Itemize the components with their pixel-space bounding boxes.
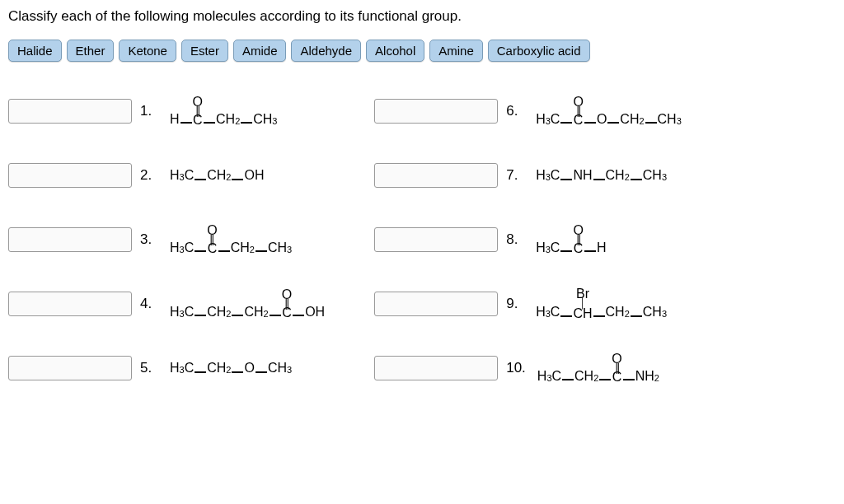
item-number: 5. bbox=[140, 360, 158, 376]
drop-zone-8[interactable] bbox=[374, 227, 498, 252]
chip-ketone[interactable]: Ketone bbox=[119, 40, 176, 62]
item-2: 2. H3CCH2OH bbox=[8, 155, 325, 196]
carbonyl-c: C bbox=[208, 242, 218, 255]
drop-zone-9[interactable] bbox=[374, 292, 498, 316]
item-7: 7. H3CNHCH2CH3 bbox=[374, 155, 682, 196]
item-1: 1. H O‖C CH2CH3 bbox=[8, 91, 325, 132]
right-column: 6. H3C O‖C OCH2CH3 7. H3CNHCH2CH3 8. H3C… bbox=[374, 91, 682, 389]
item-10: 10. H3CCH2 O‖C NH2 bbox=[374, 348, 682, 389]
drop-zone-10[interactable] bbox=[374, 356, 498, 380]
chip-halide[interactable]: Halide bbox=[8, 40, 62, 62]
carbonyl-c: C bbox=[193, 114, 203, 127]
formula-4: H3CCH2CH2 O‖C OH bbox=[170, 288, 325, 320]
formula-2: H3CCH2OH bbox=[170, 167, 264, 183]
carbonyl-c: C bbox=[612, 371, 622, 384]
drop-zone-5[interactable] bbox=[8, 356, 132, 380]
formula-8: H3C O‖C H bbox=[536, 224, 606, 256]
drop-zone-7[interactable] bbox=[374, 163, 498, 188]
item-4: 4. H3CCH2CH2 O‖C OH bbox=[8, 283, 325, 324]
item-number: 2. bbox=[140, 167, 158, 184]
item-number: 6. bbox=[506, 103, 524, 119]
item-number: 8. bbox=[506, 231, 524, 248]
item-6: 6. H3C O‖C OCH2CH3 bbox=[374, 91, 682, 132]
item-number: 3. bbox=[140, 231, 158, 248]
drop-zone-6[interactable] bbox=[374, 99, 498, 124]
formula-10: H3CCH2 O‖C NH2 bbox=[537, 352, 659, 385]
formula-9: H3C Br│CH CH2CH3 bbox=[536, 287, 667, 320]
content-area: 1. H O‖C CH2CH3 2. H3CCH2OH 3. H3C O‖C C… bbox=[8, 91, 836, 389]
carbonyl-c: C bbox=[574, 242, 584, 255]
chip-amine[interactable]: Amine bbox=[429, 40, 483, 62]
item-number: 4. bbox=[140, 296, 158, 312]
chip-carboxylic-acid[interactable]: Carboxylic acid bbox=[488, 40, 590, 62]
drop-zone-2[interactable] bbox=[8, 163, 132, 188]
item-number: 1. bbox=[140, 103, 158, 119]
formula-5: H3CCH2OCH3 bbox=[170, 360, 292, 376]
item-number: 10. bbox=[506, 360, 526, 376]
chip-ether[interactable]: Ether bbox=[67, 40, 115, 62]
item-number: 7. bbox=[506, 167, 524, 184]
chips-row: Halide Ether Ketone Ester Amide Aldehyde… bbox=[8, 40, 836, 62]
left-column: 1. H O‖C CH2CH3 2. H3CCH2OH 3. H3C O‖C C… bbox=[8, 91, 325, 389]
item-5: 5. H3CCH2OCH3 bbox=[8, 348, 325, 389]
drop-zone-3[interactable] bbox=[8, 227, 132, 252]
chip-aldehyde[interactable]: Aldehyde bbox=[291, 40, 361, 62]
item-3: 3. H3C O‖C CH2CH3 bbox=[8, 219, 325, 260]
carbonyl-c: C bbox=[574, 114, 584, 127]
chip-ester[interactable]: Ester bbox=[181, 40, 228, 62]
drop-zone-4[interactable] bbox=[8, 292, 132, 316]
ch-group: CH bbox=[573, 307, 592, 320]
drop-zone-1[interactable] bbox=[8, 99, 132, 124]
question-text: Classify each of the following molecules… bbox=[8, 8, 836, 25]
formula-1: H O‖C CH2CH3 bbox=[170, 96, 277, 128]
item-8: 8. H3C O‖C H bbox=[374, 219, 682, 260]
item-9: 9. H3C Br│CH CH2CH3 bbox=[374, 283, 682, 324]
chip-amide[interactable]: Amide bbox=[233, 40, 287, 62]
item-number: 9. bbox=[506, 296, 524, 312]
carbonyl-c: C bbox=[282, 306, 292, 320]
formula-3: H3C O‖C CH2CH3 bbox=[170, 224, 292, 256]
formula-7: H3CNHCH2CH3 bbox=[536, 167, 667, 183]
chip-alcohol[interactable]: Alcohol bbox=[366, 40, 424, 62]
formula-6: H3C O‖C OCH2CH3 bbox=[536, 96, 682, 128]
